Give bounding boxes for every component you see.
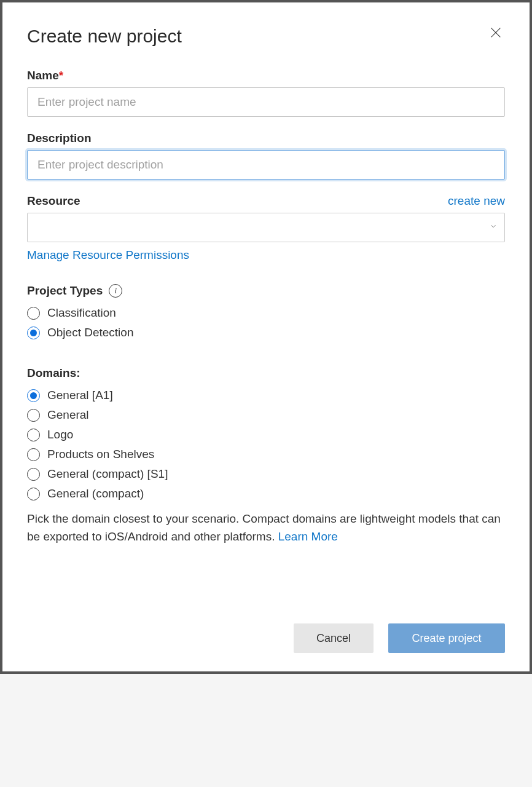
project-type-classification[interactable]: Classification xyxy=(27,306,505,320)
resource-select[interactable] xyxy=(27,213,505,242)
domains-label: Domains: xyxy=(27,366,505,380)
domain-general-compact[interactable]: General (compact) xyxy=(27,487,505,500)
info-icon[interactable]: i xyxy=(109,284,122,298)
domains-group: Domains: General [A1] General Logo Produ… xyxy=(27,366,505,545)
required-asterisk: * xyxy=(59,69,63,82)
resource-group: Resource create new Manage Resource Perm… xyxy=(27,194,505,262)
radio-label: General (compact) [S1] xyxy=(47,467,168,481)
name-group: Name* xyxy=(27,69,505,117)
radio-icon xyxy=(27,307,40,320)
radio-icon xyxy=(27,429,40,441)
domain-helper-text: Pick the domain closest to your scenario… xyxy=(27,510,505,545)
radio-dot-icon xyxy=(30,330,37,336)
create-new-resource-link[interactable]: create new xyxy=(448,194,505,208)
radio-label: Classification xyxy=(47,306,116,320)
radio-icon xyxy=(27,389,40,402)
radio-icon xyxy=(27,488,40,500)
description-input[interactable] xyxy=(27,150,505,180)
close-icon xyxy=(489,32,503,41)
dialog-header: Create new project xyxy=(27,26,505,47)
radio-icon xyxy=(27,326,40,339)
radio-label: Object Detection xyxy=(47,326,133,339)
resource-label: Resource xyxy=(27,194,80,208)
name-label-text: Name xyxy=(27,69,59,82)
radio-icon xyxy=(27,409,40,422)
create-project-dialog: Create new project Name* Description Res… xyxy=(2,2,530,671)
domain-logo[interactable]: Logo xyxy=(27,428,505,441)
domain-general-compact-s1[interactable]: General (compact) [S1] xyxy=(27,467,505,481)
radio-label: General (compact) xyxy=(47,487,144,500)
dialog-title: Create new project xyxy=(27,26,182,47)
cancel-button[interactable]: Cancel xyxy=(294,623,374,653)
project-type-object-detection[interactable]: Object Detection xyxy=(27,326,505,339)
name-input[interactable] xyxy=(27,87,505,117)
manage-resource-permissions-link[interactable]: Manage Resource Permissions xyxy=(27,248,189,262)
resource-label-row: Resource create new xyxy=(27,194,505,208)
radio-dot-icon xyxy=(30,392,37,399)
domain-general-a1[interactable]: General [A1] xyxy=(27,389,505,402)
domain-helper-text-content: Pick the domain closest to your scenario… xyxy=(27,512,501,543)
radio-label: Logo xyxy=(47,428,73,441)
project-types-group: Project Types i Classification Object De… xyxy=(27,284,505,346)
radio-label: Products on Shelves xyxy=(47,448,154,461)
domain-products-on-shelves[interactable]: Products on Shelves xyxy=(27,448,505,461)
resource-select-wrap xyxy=(27,213,505,242)
radio-label: General [A1] xyxy=(47,389,113,402)
description-group: Description xyxy=(27,132,505,180)
create-project-button[interactable]: Create project xyxy=(388,623,505,653)
learn-more-link[interactable]: Learn More xyxy=(278,530,338,543)
close-button[interactable] xyxy=(487,23,505,44)
project-types-label: Project Types i xyxy=(27,284,505,298)
description-label: Description xyxy=(27,132,505,145)
dialog-footer: Cancel Create project xyxy=(27,611,505,653)
radio-label: General xyxy=(47,408,89,422)
domain-general[interactable]: General xyxy=(27,408,505,422)
radio-icon xyxy=(27,468,40,481)
radio-icon xyxy=(27,448,40,461)
name-label: Name* xyxy=(27,69,505,82)
project-types-label-text: Project Types xyxy=(27,284,103,298)
